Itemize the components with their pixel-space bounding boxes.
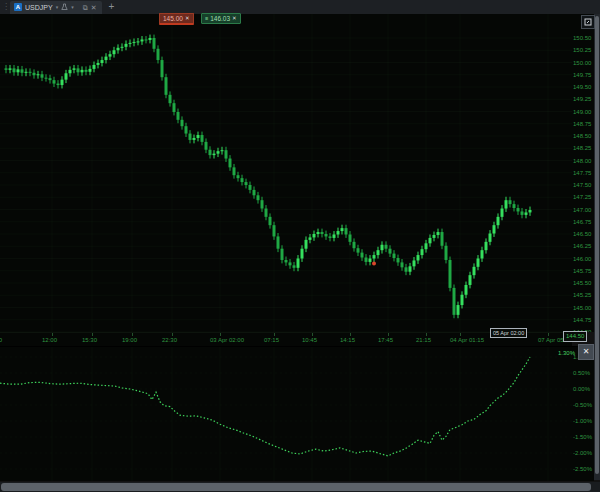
study-axis-label: -2.00% <box>573 450 592 457</box>
new-tab-button[interactable]: + <box>109 2 115 12</box>
price-axis-label: 148.00 <box>573 158 591 165</box>
study-current-value: 1.30% <box>558 350 575 356</box>
study-axis-label: -2.50% <box>573 466 592 473</box>
time-axis-label: 22:30 <box>162 337 177 343</box>
price-axis-label: 147.00 <box>573 207 591 214</box>
order-lines-icon: ≡ <box>205 14 208 23</box>
price-axis-label: 147.50 <box>573 182 591 189</box>
close-study-button[interactable]: ✕ <box>578 344 594 360</box>
price-axis-label: 148.75 <box>573 121 591 128</box>
study-axis-label: 0.00% <box>573 386 590 393</box>
price-axis-label: 146.75 <box>573 219 591 226</box>
cancel-sell-order-icon[interactable]: ✕ <box>185 14 190 23</box>
time-axis-label: 17:45 <box>378 337 393 343</box>
studies-flask-icon[interactable] <box>61 3 68 11</box>
time-axis-label: 07:15 <box>264 337 279 343</box>
time-axis-tick <box>172 333 173 336</box>
price-axis-label: 149.50 <box>573 84 591 91</box>
time-axis-tick <box>388 333 389 336</box>
time-axis-tick <box>350 333 351 336</box>
price-axis-label: 149.75 <box>573 72 591 79</box>
time-axis-label: 14:15 <box>340 337 355 343</box>
time-axis-label: 10:45 <box>302 337 317 343</box>
chart-tab-usdjpy[interactable]: A USDJPY ▾ ▾ ⧉ ✕ <box>10 1 102 14</box>
buy-order-price: 146.03 <box>210 14 230 23</box>
cancel-buy-order-icon[interactable]: ✕ <box>232 14 237 23</box>
study-axis-label: -1.50% <box>573 434 592 441</box>
maximize-icon <box>584 18 592 26</box>
time-axis-tick <box>426 333 427 336</box>
price-axis-label: 145.50 <box>573 280 591 287</box>
price-axis-label: 150.00 <box>573 60 591 67</box>
time-axis-label: 03 Apr 02:00 <box>210 337 244 343</box>
time-axis-label: 19:00 <box>122 337 137 343</box>
time-axis-tick <box>92 333 93 336</box>
time-axis-tick <box>274 333 275 336</box>
cursor-time-chip: 05 Apr 02:00 <box>490 328 527 338</box>
horizontal-scrollbar[interactable] <box>0 482 600 492</box>
time-axis-tick <box>220 333 221 336</box>
vertical-scrollbar-thumb[interactable] <box>595 16 599 474</box>
study-axis-label: -1.00% <box>573 418 592 425</box>
time-axis-label: 08:30 <box>0 337 2 343</box>
price-axis-label: 147.75 <box>573 170 591 177</box>
price-axis-label: 146.50 <box>573 231 591 238</box>
study-axis-label: -0.50% <box>573 402 592 409</box>
time-axis-tick <box>548 333 549 336</box>
price-axis-label: 149.25 <box>573 96 591 103</box>
chevron-down-icon[interactable]: ▾ <box>71 4 74 10</box>
time-axis-tick <box>312 333 313 336</box>
price-axis-label: 146.25 <box>573 243 591 250</box>
time-axis-label: 15:30 <box>82 337 97 343</box>
symbol-label[interactable]: USDJPY <box>25 4 53 11</box>
close-tab-icon[interactable]: ✕ <box>91 4 97 11</box>
main-price-axis[interactable]: 150.50150.25150.00149.75149.50149.25149.… <box>572 14 594 332</box>
link-group-badge[interactable]: A <box>14 3 22 11</box>
drag-handle-icon[interactable]: ⋮ <box>2 3 9 11</box>
price-axis-label: 150.25 <box>573 47 591 54</box>
price-axis-label: 147.25 <box>573 194 591 201</box>
time-axis-label: 04 Apr 01:15 <box>450 337 484 343</box>
maximize-panel-button[interactable] <box>581 15 595 29</box>
time-axis-tick <box>460 333 461 336</box>
detach-tab-icon[interactable]: ⧉ <box>83 4 88 11</box>
time-axis[interactable]: 08:3012:0015:3019:0022:3003 Apr 02:0007:… <box>0 332 572 347</box>
time-axis-tick <box>52 333 53 336</box>
chart-tab-bar: ⋮ A USDJPY ▾ ▾ ⧉ ✕ + <box>0 0 600 15</box>
lower-study-chart[interactable] <box>0 346 572 481</box>
price-axis-label: 150.50 <box>573 35 591 42</box>
price-axis-label: 146.00 <box>573 256 591 263</box>
price-axis-label: 148.50 <box>573 133 591 140</box>
study-value-axis[interactable]: 1.00%0.50%0.00%-0.50%-1.00%-1.50%-2.00%-… <box>572 346 594 481</box>
price-axis-label: 145.00 <box>573 305 591 312</box>
time-axis-label: 21:15 <box>416 337 431 343</box>
horizontal-scrollbar-thumb[interactable] <box>1 483 591 491</box>
price-axis-label: 149.00 <box>573 109 591 116</box>
sell-order-price: 145.00 <box>163 14 183 23</box>
price-axis-label: 144.75 <box>573 317 591 324</box>
main-price-chart[interactable] <box>0 14 572 332</box>
price-axis-label: 148.25 <box>573 145 591 152</box>
buy-order-bubble[interactable]: ≡ 146.03 ✕ <box>201 13 241 24</box>
price-axis-label: 145.25 <box>573 292 591 299</box>
price-axis-label: 145.75 <box>573 268 591 275</box>
time-axis-tick <box>132 333 133 336</box>
vertical-scrollbar[interactable] <box>594 14 600 480</box>
sell-order-bubble[interactable]: 145.00 ✕ <box>159 13 194 25</box>
last-price-chip: 144.50 <box>563 331 587 342</box>
chevron-down-icon[interactable]: ▾ <box>56 4 59 10</box>
time-axis-label: 12:00 <box>42 337 57 343</box>
study-axis-label: 0.50% <box>573 370 590 377</box>
